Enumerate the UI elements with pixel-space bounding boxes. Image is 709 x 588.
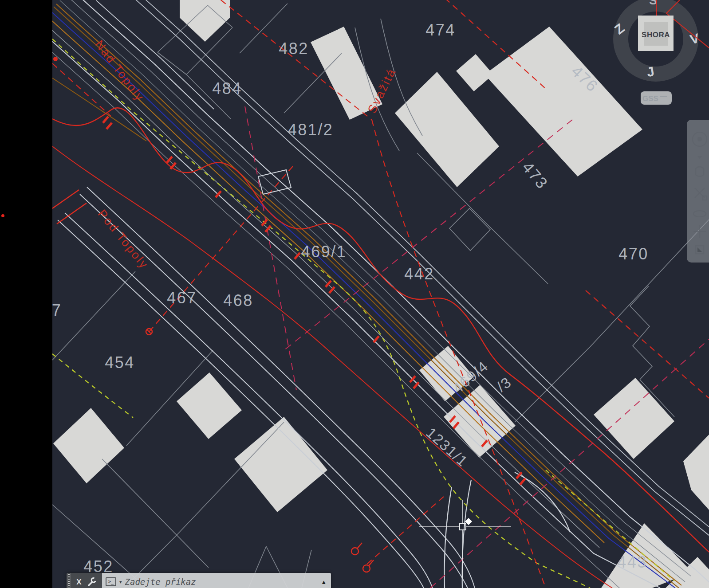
close-icon[interactable]: X: [76, 578, 81, 586]
command-prompt-icon[interactable]: >_: [106, 577, 116, 586]
command-input[interactable]: Zadejte příkaz: [125, 577, 318, 587]
parcel-label: 481/2: [288, 121, 334, 139]
command-input-area[interactable]: >_ ▾ Zadejte příkaz ▲: [102, 573, 331, 588]
command-bar-grip[interactable]: [67, 573, 71, 588]
parcel-label: 442: [404, 265, 434, 283]
gss-button[interactable]: GSS: [641, 91, 672, 105]
viewcube-north-label[interactable]: S: [649, 0, 657, 7]
parcel-label: 469/1: [301, 243, 347, 261]
parcel-label: 443: [617, 553, 647, 571]
drawing-viewport[interactable]: 474 482 484 481/2 476 473 470 469/1 442 …: [0, 0, 709, 588]
parcel-label: 454: [105, 353, 135, 372]
parcel-label: 470: [618, 245, 649, 263]
map-canvas[interactable]: 474 482 484 481/2 476 473 470 469/1 442 …: [0, 0, 709, 588]
viewcube-face-label[interactable]: SHORA: [642, 31, 670, 39]
parcel-label: 484: [212, 79, 242, 98]
record-dot: [1, 214, 4, 217]
parcel-label: 474: [425, 21, 456, 39]
navigation-bar[interactable]: [687, 120, 709, 263]
parcel-label: 467: [167, 289, 197, 307]
gss-button-label[interactable]: GSS: [642, 94, 658, 103]
letterbox-left-bar: [0, 0, 52, 588]
parcel-label: 468: [223, 291, 253, 310]
parcel-label: 482: [279, 39, 309, 58]
recent-commands-caret-icon[interactable]: ▾: [119, 580, 122, 584]
command-bar[interactable]: X >_ ▾ Zadejte příkaz ▲: [67, 573, 331, 588]
parcel-label: 7: [52, 301, 62, 319]
wrench-icon[interactable]: [87, 577, 97, 587]
expand-history-icon[interactable]: ▲: [321, 579, 327, 585]
